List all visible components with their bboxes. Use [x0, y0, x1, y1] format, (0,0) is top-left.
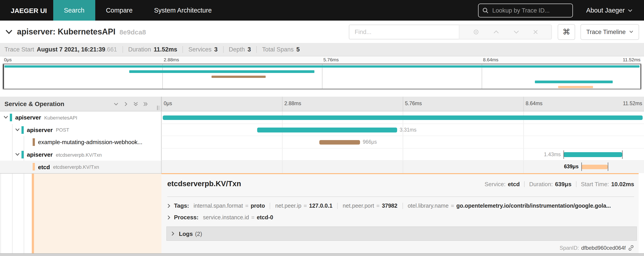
span-name-cell[interactable]: example-mutating-admission-webhook...	[0, 136, 162, 148]
span-id-value: dfbebd960ced064f	[581, 245, 626, 251]
logs-count: (2)	[195, 230, 202, 237]
link-icon[interactable]	[628, 245, 634, 251]
divider	[338, 202, 338, 209]
tags-header: Tags:	[174, 202, 189, 209]
trace-id: 8e9dca8	[120, 28, 146, 36]
chevron-down-icon[interactable]	[4, 115, 8, 119]
chevron-down-icon[interactable]	[15, 128, 20, 131]
minimap-left-drag-handle[interactable]	[3, 65, 4, 89]
horizontal-scrollbar[interactable]	[0, 253, 644, 256]
span-track[interactable]	[162, 111, 644, 124]
trace-view-selector[interactable]: Trace Timeline	[580, 24, 639, 40]
tag-value: go.opentelemetry.io/contrib/instrumentat…	[456, 202, 611, 209]
trace-start-ms: .661	[105, 46, 117, 53]
minimap-span-bar	[5, 65, 640, 68]
chevron-right-icon[interactable]	[167, 215, 170, 219]
nav-tab-system-architecture[interactable]: System Architecture	[143, 0, 222, 21]
minimap-axis: 0μs 2.88ms 5.76ms 8.64ms 11.52ms	[3, 56, 641, 64]
minimap-viewport[interactable]	[3, 64, 641, 90]
tag-key: net.peer.ip	[275, 202, 302, 209]
nav-tab-compare[interactable]: Compare	[95, 0, 143, 21]
divider	[182, 46, 183, 53]
service-name: apiserver	[15, 114, 41, 121]
process-key: service.instance.id	[203, 214, 249, 220]
tags-row[interactable]: Tags: internal.span.format=proto net.pee…	[167, 202, 634, 209]
span-track[interactable]: 3.31ms	[162, 124, 644, 136]
span-bar[interactable]	[564, 152, 622, 157]
expand-one-icon[interactable]	[123, 101, 129, 107]
expand-all-icon[interactable]	[143, 101, 148, 107]
tag-key: otel.library.name	[408, 202, 448, 209]
keyboard-shortcuts-button[interactable]: ⌘	[558, 24, 575, 40]
operation-name: etcdserverpb.KV/Txn	[53, 164, 99, 170]
total-spans-value: 5	[296, 46, 300, 53]
chevron-right-icon[interactable]	[167, 203, 170, 208]
search-icon	[482, 8, 488, 13]
divider	[223, 46, 224, 53]
collapse-all-icon[interactable]	[133, 101, 139, 107]
service-meta-value: etcd	[508, 181, 520, 187]
find-box[interactable]	[349, 24, 459, 39]
span-bar[interactable]	[163, 115, 642, 120]
span-detail-title: etcdserverpb.KV/Txn	[167, 179, 241, 188]
operation-name: POST	[56, 127, 69, 133]
find-next-icon[interactable]	[513, 30, 519, 34]
span-name-cell[interactable]: apiserver POST	[0, 124, 162, 136]
span-track[interactable]: 1.43ms	[162, 149, 644, 161]
span-row-etcd-txn-selected[interactable]: etcd etcdserverpb.KV/Txn 639μs	[0, 161, 644, 173]
process-value: etcd-0	[257, 214, 273, 220]
chevron-down-icon[interactable]	[15, 153, 20, 156]
service-color-accent	[22, 151, 24, 158]
span-duration-label: 3.31ms	[397, 127, 419, 132]
span-row-apiserver-post[interactable]: apiserver POST 3.31ms	[0, 124, 644, 136]
minimap-gridline	[482, 65, 482, 89]
collapse-one-icon[interactable]	[113, 101, 119, 107]
find-clear-icon[interactable]	[533, 29, 538, 34]
minimap-span-bar	[129, 70, 314, 73]
span-bar[interactable]	[581, 165, 608, 169]
span-name-cell[interactable]: apiserver etcdserverpb.KV/Txn	[0, 149, 162, 161]
span-name-cell[interactable]: apiserver KubernetesAPI	[0, 111, 162, 124]
service-color-accent	[10, 114, 12, 121]
span-bar[interactable]	[319, 140, 360, 145]
span-name-cell[interactable]: etcd etcdserverpb.KV/Txn	[0, 161, 162, 173]
span-duration-label: 639μs	[561, 164, 581, 169]
column-resizer-handle[interactable]	[157, 106, 159, 110]
tree-guide-line	[0, 174, 1, 253]
nav-tab-search[interactable]: Search	[53, 0, 95, 21]
tag-value: 37982	[382, 202, 398, 209]
span-row-apiserver-kubernetesapi[interactable]: apiserver KubernetesAPI	[0, 111, 644, 124]
divider	[576, 181, 576, 187]
span-track[interactable]: 966μs	[162, 136, 644, 148]
minimap-tick-5-76ms: 5.76ms	[323, 57, 339, 62]
span-row-apiserver-etcd-txn[interactable]: apiserver etcdserverpb.KV/Txn 1.43ms	[0, 149, 644, 161]
axis-tick-2-88ms: 2.88ms	[284, 101, 301, 106]
minimap-tick-2-88ms: 2.88ms	[164, 57, 179, 62]
divider	[270, 202, 270, 209]
duration-label: Duration	[128, 46, 151, 53]
minimap-tick-8-64ms: 8.64ms	[483, 57, 498, 62]
find-input[interactable]	[354, 28, 454, 36]
service-meta-label: Service:	[484, 181, 506, 187]
divider	[167, 196, 634, 197]
find-controls	[459, 24, 552, 39]
focus-target-icon[interactable]	[472, 29, 479, 35]
process-row[interactable]: Process: service.instance.id=etcd-0	[167, 214, 634, 221]
find-prev-icon[interactable]	[493, 30, 499, 34]
about-jaeger-menu[interactable]: About Jaeger	[586, 7, 632, 14]
span-id-label: SpanID:	[560, 245, 579, 251]
collapse-trace-chevron-icon[interactable]	[5, 29, 12, 34]
span-track[interactable]: 639μs	[162, 161, 644, 173]
minimap-right-drag-handle[interactable]	[640, 65, 641, 89]
trace-id-lookup-input[interactable]	[491, 7, 568, 14]
span-bar[interactable]	[257, 128, 397, 132]
operation-name: etcdserverpb.KV/Txn	[56, 152, 102, 157]
command-icon: ⌘	[562, 27, 570, 36]
service-color-accent	[22, 126, 24, 134]
logs-accordion[interactable]: Logs (2)	[166, 226, 637, 241]
span-boundary-tick	[581, 163, 582, 171]
trace-id-lookup[interactable]	[478, 3, 573, 17]
chevron-down-icon	[629, 31, 633, 33]
span-row-webhook[interactable]: example-mutating-admission-webhook... 96…	[0, 136, 644, 148]
tag-key: net.peer.port	[343, 202, 374, 209]
